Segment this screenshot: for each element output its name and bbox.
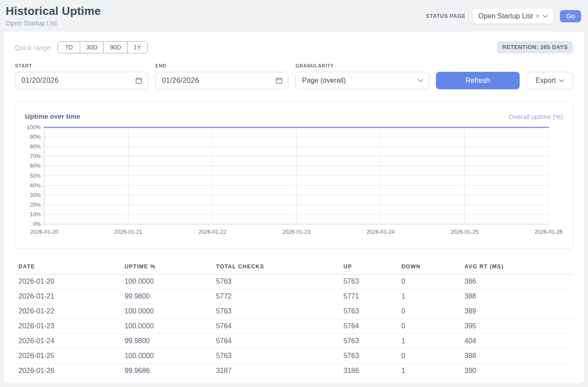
table-cell: 390 (461, 364, 573, 379)
quick-range-30d-button[interactable]: 30D (80, 42, 103, 53)
status-page-label: STATUS PAGE (426, 13, 466, 19)
svg-text:2026-01-25: 2026-01-25 (450, 229, 478, 235)
status-page-select[interactable]: Open Startup List × (472, 8, 554, 24)
table-cell: 5763 (213, 304, 340, 319)
calendar-icon[interactable] (135, 77, 142, 84)
table-cell: 5763 (340, 274, 398, 289)
svg-text:10%: 10% (30, 211, 41, 218)
svg-text:100%: 100% (27, 125, 41, 130)
table-cell: 100.0000 (121, 349, 213, 364)
table-cell: 386 (461, 274, 573, 289)
page-title: Historical Uptime (6, 4, 101, 18)
svg-text:60%: 60% (30, 163, 41, 169)
go-button[interactable]: Go (560, 10, 581, 22)
table-row: 2026-01-2499.9800576457631404 (15, 334, 573, 349)
quick-range-group: Quick range: 7D30D90D1Y (15, 41, 148, 53)
table-row: 2026-01-25100.0000576357630388 (15, 349, 573, 364)
table-cell: 388 (461, 289, 573, 304)
table-cell: 5764 (340, 319, 398, 334)
end-date-input[interactable]: 01/26/2026 (155, 72, 288, 89)
table-cell: 5763 (340, 304, 398, 319)
filters-row: START 01/20/2026 END 01/26/2026 GRANULAR… (15, 63, 573, 89)
table-cell: 3186 (340, 364, 398, 379)
start-date-field: START 01/20/2026 (15, 63, 148, 89)
quick-range-90d-button[interactable]: 90D (103, 42, 127, 53)
table-cell: 5772 (213, 289, 340, 304)
svg-text:2026-01-26: 2026-01-26 (535, 229, 563, 235)
granularity-label: GRANULARITY (295, 63, 429, 68)
table-cell: 2026-01-25 (15, 349, 121, 364)
svg-text:80%: 80% (30, 144, 41, 150)
chart-legend: Overall uptime (%) (509, 113, 563, 120)
uptime-chart-card: Uptime over time Overall uptime (%) 0%10… (15, 102, 573, 249)
svg-text:70%: 70% (30, 153, 41, 159)
title-block: Historical Uptime Open Startup List (6, 4, 101, 27)
table-cell: 388 (461, 349, 573, 364)
start-date-value: 01/20/2026 (21, 77, 59, 84)
table-cell: 0 (398, 319, 461, 334)
column-header-uptime-: UPTIME % (121, 260, 213, 274)
table-row: 2026-01-2199.9800577257711388 (15, 289, 573, 304)
chart-header: Uptime over time Overall uptime (%) (24, 109, 564, 121)
quick-range-1y-button[interactable]: 1Y (127, 42, 147, 53)
uptime-table: DATEUPTIME %TOTAL CHECKSUPDOWNAVG RT (MS… (15, 260, 573, 379)
chevron-down-icon (559, 79, 564, 82)
svg-text:2026-01-20: 2026-01-20 (30, 229, 58, 235)
table-header: DATEUPTIME %TOTAL CHECKSUPDOWNAVG RT (MS… (15, 260, 573, 274)
end-date-value: 01/26/2026 (162, 77, 199, 84)
status-page-selected-value: Open Startup List (478, 12, 533, 20)
clear-selection-icon[interactable]: × (535, 12, 540, 20)
granularity-field: GRANULARITY Page (overall) (295, 63, 429, 89)
quick-range-row: Quick range: 7D30D90D1Y RETENTION: 365 D… (15, 41, 573, 53)
end-date-field: END 01/26/2026 (155, 63, 288, 89)
column-header-down: DOWN (398, 260, 461, 274)
table-cell: 2026-01-24 (15, 334, 121, 349)
table-cell: 2026-01-22 (15, 304, 121, 319)
column-header-up: UP (340, 260, 398, 274)
table-cell: 99.9686 (121, 364, 213, 379)
table-row: 2026-01-23100.0000576457640395 (15, 319, 573, 334)
quick-range-segmented-control: 7D30D90D1Y (57, 41, 148, 53)
table-cell: 5763 (340, 334, 398, 349)
svg-text:20%: 20% (30, 202, 41, 208)
main-card: Quick range: 7D30D90D1Y RETENTION: 365 D… (4, 32, 584, 383)
chart-title: Uptime over time (25, 113, 80, 120)
table-cell: 0 (398, 274, 461, 289)
granularity-select[interactable]: Page (overall) (295, 72, 429, 89)
table-cell: 0 (398, 349, 461, 364)
table-cell: 5771 (340, 289, 398, 304)
table-cell: 5764 (213, 319, 340, 334)
quick-range-7d-button[interactable]: 7D (58, 42, 80, 53)
table-cell: 395 (461, 319, 573, 334)
column-header-date: DATE (15, 260, 121, 274)
svg-text:0%: 0% (33, 221, 41, 227)
table-cell: 389 (461, 304, 573, 319)
table-cell: 5763 (213, 349, 340, 364)
table-cell: 2026-01-20 (15, 274, 121, 289)
export-button[interactable]: Export (527, 72, 573, 89)
table-cell: 99.9800 (121, 289, 213, 304)
svg-text:2026-01-24: 2026-01-24 (366, 229, 394, 235)
svg-text:40%: 40% (30, 183, 41, 189)
column-header-avg-rt-ms-: AVG RT (MS) (461, 260, 573, 274)
page-subtitle: Open Startup List (6, 19, 101, 27)
calendar-icon[interactable] (276, 77, 283, 84)
table-row: 2026-01-2699.9686318731861390 (15, 364, 573, 379)
retention-badge: RETENTION: 365 DAYS (497, 41, 573, 53)
svg-text:50%: 50% (30, 173, 41, 179)
start-date-input[interactable]: 01/20/2026 (15, 72, 148, 89)
end-date-label: END (155, 63, 288, 68)
table-cell: 2026-01-26 (15, 364, 121, 379)
table-cell: 5763 (213, 274, 340, 289)
refresh-button[interactable]: Refresh (436, 72, 520, 89)
svg-text:2026-01-23: 2026-01-23 (283, 229, 311, 235)
column-header-total-checks: TOTAL CHECKS (213, 260, 340, 274)
table-cell: 3187 (213, 364, 340, 379)
svg-text:30%: 30% (30, 192, 41, 198)
svg-text:90%: 90% (30, 134, 41, 140)
table-cell: 404 (461, 334, 573, 349)
export-button-label: Export (535, 77, 556, 84)
table-cell: 100.0000 (121, 274, 213, 289)
header-controls: STATUS PAGE Open Startup List × Go (426, 8, 581, 24)
svg-text:2026-01-21: 2026-01-21 (114, 229, 142, 235)
